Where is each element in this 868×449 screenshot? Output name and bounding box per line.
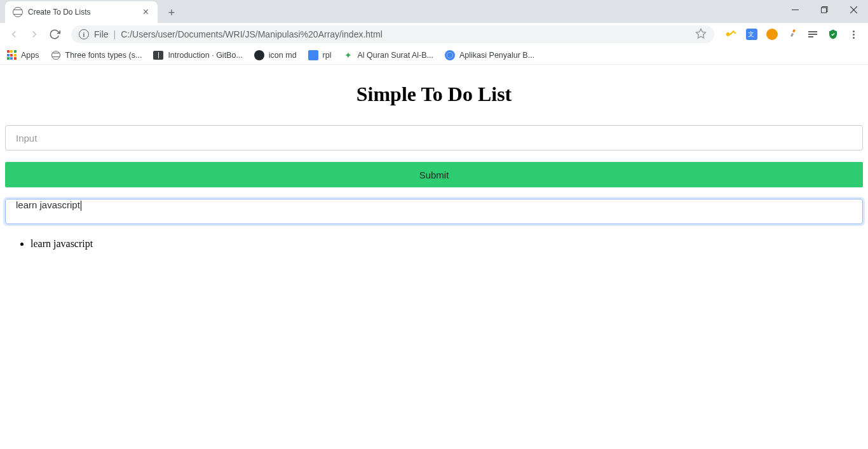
bookmark-label: Three fonts types (s... xyxy=(65,51,142,60)
toolbar: i File | C:/Users/user/Documents/WRI/JS/… xyxy=(0,23,868,46)
extension-orange-circle-icon[interactable] xyxy=(766,29,778,40)
address-path: C:/Users/user/Documents/WRI/JS/Manipulas… xyxy=(121,29,690,39)
tab-title: Create To Do Lists xyxy=(28,8,142,17)
book-icon xyxy=(153,50,163,60)
info-icon[interactable]: i xyxy=(79,29,89,39)
bookmark-label: Aplikasi Penyalur B... xyxy=(459,51,534,60)
bookmark-alquran[interactable]: ✦ Al Quran Surat Al-B... xyxy=(343,50,434,60)
shield-icon[interactable] xyxy=(827,29,839,40)
bookmark-icon-md[interactable]: icon md xyxy=(254,50,297,60)
todo-list: learn javascript xyxy=(5,238,863,250)
bookmark-label: Al Quran Surat Al-B... xyxy=(358,51,434,60)
paintbrush-icon[interactable] xyxy=(785,27,799,41)
list-item: learn javascript xyxy=(31,238,863,250)
submit-button[interactable]: Submit xyxy=(5,162,863,187)
input-value: learn javascript xyxy=(16,199,80,210)
bookmark-label: rpl xyxy=(323,51,332,60)
back-button[interactable] xyxy=(5,25,23,43)
svg-rect-7 xyxy=(729,30,735,36)
todo-input-secondary[interactable]: learn javascript xyxy=(5,199,863,224)
bookmark-label: Apps xyxy=(21,51,39,60)
extensions xyxy=(722,29,863,40)
bookmark-rpl[interactable]: rpl xyxy=(308,50,332,60)
new-tab-button[interactable]: + xyxy=(163,4,180,22)
browser-tab[interactable]: Create To Do Lists × xyxy=(5,1,158,23)
page-title: Simple To Do List xyxy=(5,83,863,106)
bookmark-apps[interactable]: Apps xyxy=(6,50,39,60)
rpl-icon xyxy=(308,50,318,60)
window-controls xyxy=(780,0,868,23)
app-icon xyxy=(445,50,455,60)
page-content: Simple To Do List Submit learn javascrip… xyxy=(0,65,868,262)
reading-list-icon[interactable] xyxy=(807,29,818,40)
maximize-button[interactable] xyxy=(810,0,839,19)
translate-icon[interactable] xyxy=(746,29,757,40)
todo-input[interactable] xyxy=(5,125,863,151)
bookmark-three-fonts[interactable]: Three fonts types (s... xyxy=(51,50,142,60)
browser-tab-strip: Create To Do Lists × + xyxy=(0,0,868,23)
github-icon xyxy=(254,50,264,60)
svg-rect-2 xyxy=(821,8,826,13)
forward-button[interactable] xyxy=(25,25,43,43)
globe-icon xyxy=(13,7,23,17)
svg-marker-5 xyxy=(696,29,706,37)
quran-icon: ✦ xyxy=(343,50,353,60)
star-icon[interactable] xyxy=(695,28,707,41)
bookmark-aplikasi[interactable]: Aplikasi Penyalur B... xyxy=(445,50,534,60)
key-icon[interactable] xyxy=(723,26,739,42)
address-scheme: File xyxy=(94,29,109,39)
close-icon[interactable]: × xyxy=(142,6,150,18)
text-cursor xyxy=(81,201,81,211)
address-bar[interactable]: i File | C:/Users/user/Documents/WRI/JS/… xyxy=(71,25,714,43)
apps-grid-icon xyxy=(6,50,17,60)
bookmark-label: icon md xyxy=(269,51,297,60)
bookmark-label: Introduction · GitBo... xyxy=(168,51,242,60)
bookmarks-bar: Apps Three fonts types (s... Introductio… xyxy=(0,46,868,65)
close-window-button[interactable] xyxy=(839,0,868,19)
menu-icon[interactable] xyxy=(848,29,859,40)
bookmark-gitbook[interactable]: Introduction · GitBo... xyxy=(153,50,242,60)
reload-button[interactable] xyxy=(46,25,64,43)
address-divider: | xyxy=(114,29,116,39)
globe-icon xyxy=(51,50,61,60)
minimize-button[interactable] xyxy=(780,0,810,19)
